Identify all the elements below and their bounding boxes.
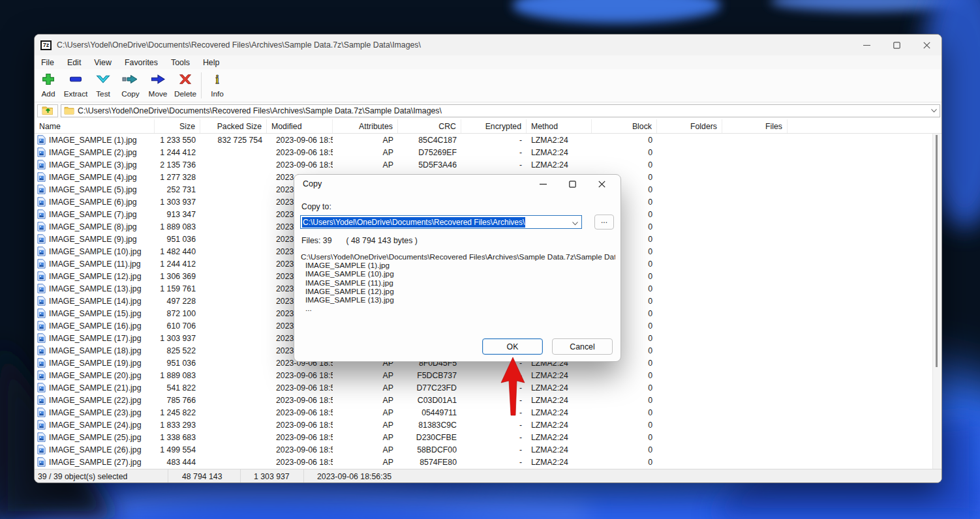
- scrollbar-thumb[interactable]: [936, 135, 938, 367]
- jpg-file-icon: [37, 457, 46, 467]
- jpg-file-icon: [37, 370, 46, 380]
- cell-files: [722, 258, 788, 270]
- cell-block: 0: [592, 394, 657, 406]
- info-button[interactable]: iInfo: [204, 70, 231, 100]
- file-row[interactable]: IMAGE_SAMPLE (21).jpg541 8222023-09-06 1…: [35, 381, 934, 394]
- cell-packed: [200, 357, 267, 369]
- cell-folders: [657, 282, 722, 295]
- file-row[interactable]: IMAGE_SAMPLE (27).jpg483 4442023-09-06 1…: [35, 456, 934, 468]
- extract-button[interactable]: Extract: [62, 70, 89, 100]
- menu-favorites[interactable]: Favorites: [118, 57, 164, 68]
- dialog-minimize-icon[interactable]: [528, 175, 558, 193]
- column-header-method[interactable]: Method: [527, 119, 592, 133]
- delete-button[interactable]: Delete: [172, 70, 199, 100]
- file-row[interactable]: IMAGE_SAMPLE (25).jpg1 338 6832023-09-06…: [35, 431, 934, 443]
- copy-list-item: ...: [301, 304, 615, 313]
- menu-file[interactable]: File: [35, 57, 61, 68]
- status-selection: 39 / 39 object(s) selected: [35, 469, 168, 483]
- cell-method: LZMA2:24: [527, 134, 592, 146]
- column-header-packed-size[interactable]: Packed Size: [200, 119, 267, 133]
- cell-name: IMAGE_SAMPLE (11).jpg: [35, 258, 155, 270]
- copy-button[interactable]: Copy: [117, 70, 144, 100]
- files-bytes: ( 48 794 143 bytes ): [346, 236, 417, 245]
- toolbar-separator: [201, 72, 202, 98]
- column-header-name[interactable]: Name: [35, 119, 155, 133]
- cell-folders: [657, 332, 722, 344]
- cell-method: LZMA2:24: [527, 381, 592, 394]
- column-header-folders[interactable]: Folders: [657, 119, 722, 133]
- menu-bar: FileEditViewFavoritesToolsHelp: [35, 55, 942, 69]
- cell-packed: [200, 233, 267, 245]
- cell-name: IMAGE_SAMPLE (17).jpg: [35, 332, 155, 344]
- column-header-crc[interactable]: CRC: [398, 119, 461, 133]
- browse-button[interactable]: ...: [594, 215, 614, 230]
- cell-files: [722, 295, 788, 307]
- cell-name: IMAGE_SAMPLE (4).jpg: [35, 171, 155, 183]
- jpg-file-icon: [37, 197, 46, 207]
- cell-folders: [657, 171, 722, 183]
- cell-files: [722, 270, 788, 282]
- copy-dialog-title: Copy: [303, 179, 322, 188]
- column-header-block[interactable]: Block: [592, 119, 657, 133]
- folder-up-button[interactable]: [37, 104, 58, 117]
- address-dropdown-chevron-icon[interactable]: [928, 109, 940, 113]
- cell-encrypted: -: [461, 443, 527, 456]
- move-button[interactable]: Move: [144, 70, 172, 100]
- cell-packed: [200, 456, 267, 468]
- add-button[interactable]: Add: [35, 70, 62, 100]
- cell-files: [722, 307, 788, 319]
- maximize-icon[interactable]: [881, 35, 911, 55]
- cell-name: IMAGE_SAMPLE (23).jpg: [35, 406, 155, 419]
- cell-files: [722, 443, 788, 456]
- combobox-chevron-icon[interactable]: [572, 216, 578, 228]
- window-controls: [851, 35, 942, 55]
- column-header-encrypted[interactable]: Encrypted: [461, 119, 527, 133]
- status-modified: 2023-09-06 18:56:35: [304, 469, 391, 483]
- cell-packed: [200, 332, 267, 344]
- cell-folders: [657, 307, 722, 319]
- cancel-button[interactable]: Cancel: [552, 338, 613, 355]
- cell-modified: 2023-09-06 18:56: [267, 394, 333, 406]
- test-button[interactable]: Test: [89, 70, 117, 100]
- cell-files: [722, 394, 788, 406]
- files-summary: Files: 39 ( 48 794 143 bytes ): [301, 236, 418, 245]
- menu-edit[interactable]: Edit: [61, 57, 87, 68]
- column-header-attributes[interactable]: Attributes: [333, 119, 398, 133]
- cell-size: 1 159 761: [155, 282, 200, 295]
- menu-help[interactable]: Help: [196, 57, 226, 68]
- cell-attr: AP: [333, 443, 398, 456]
- column-header-modified[interactable]: Modified: [267, 119, 333, 133]
- dialog-maximize-icon[interactable]: [558, 175, 587, 193]
- menu-view[interactable]: View: [87, 57, 118, 68]
- file-row[interactable]: IMAGE_SAMPLE (22).jpg785 7662023-09-06 1…: [35, 394, 934, 406]
- cell-modified: 2023-09-06 18:56: [267, 431, 333, 443]
- status-total-size: 48 794 143: [168, 469, 241, 483]
- file-row[interactable]: IMAGE_SAMPLE (1).jpg1 233 550832 725 754…: [35, 134, 934, 146]
- file-row[interactable]: IMAGE_SAMPLE (20).jpg1 889 0832023-09-06…: [35, 369, 934, 381]
- file-row[interactable]: IMAGE_SAMPLE (24).jpg1 833 2932023-09-06…: [35, 419, 934, 431]
- destination-combobox[interactable]: C:\Users\Yodel\OneDrive\Documents\Recove…: [300, 215, 582, 229]
- file-row[interactable]: IMAGE_SAMPLE (2).jpg1 244 4122023-09-06 …: [35, 146, 934, 158]
- jpg-file-icon: [37, 209, 46, 219]
- menu-tools[interactable]: Tools: [164, 57, 196, 68]
- dialog-close-icon[interactable]: [587, 175, 617, 193]
- cell-method: LZMA2:24: [527, 443, 592, 456]
- cell-files: [722, 381, 788, 394]
- close-icon[interactable]: [911, 35, 942, 55]
- cell-folders: [657, 369, 722, 381]
- cell-method: LZMA2:24: [527, 406, 592, 419]
- cell-attr: AP: [333, 146, 398, 158]
- column-header-size[interactable]: Size: [155, 119, 200, 133]
- file-row[interactable]: IMAGE_SAMPLE (26).jpg1 499 5542023-09-06…: [35, 443, 934, 456]
- file-row[interactable]: IMAGE_SAMPLE (23).jpg1 245 8222023-09-06…: [35, 406, 934, 419]
- cell-block: 0: [592, 431, 657, 443]
- cell-files: [722, 158, 788, 171]
- cell-packed: [200, 258, 267, 270]
- minimize-icon[interactable]: [851, 35, 881, 55]
- file-row[interactable]: IMAGE_SAMPLE (3).jpg2 135 7362023-09-06 …: [35, 158, 934, 171]
- column-header-files[interactable]: Files: [722, 119, 788, 133]
- address-input[interactable]: C:\Users\Yodel\OneDrive\Documents\Recove…: [61, 104, 940, 117]
- copy-dialog: Copy Copy to: C:\Users\Yodel\OneDrive\Do…: [294, 174, 621, 362]
- cell-name: IMAGE_SAMPLE (8).jpg: [35, 220, 155, 233]
- vertical-scrollbar[interactable]: [932, 134, 941, 469]
